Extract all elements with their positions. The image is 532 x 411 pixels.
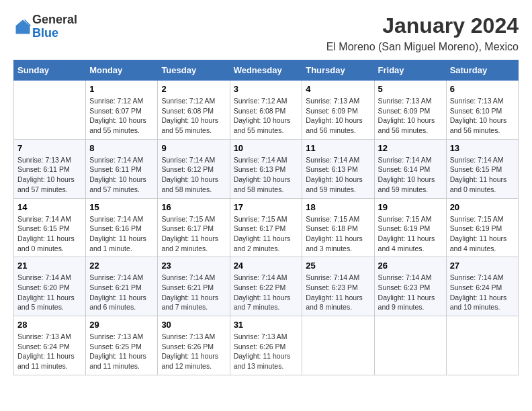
day-detail: Sunrise: 7:14 AM Sunset: 6:16 PM Dayligh… bbox=[89, 215, 146, 253]
day-detail: Sunrise: 7:14 AM Sunset: 6:13 PM Dayligh… bbox=[306, 156, 363, 193]
calendar-cell bbox=[302, 316, 374, 375]
day-detail: Sunrise: 7:14 AM Sunset: 6:21 PM Dayligh… bbox=[161, 273, 218, 311]
day-number: 14 bbox=[17, 202, 82, 212]
day-header-thursday: Thursday bbox=[302, 60, 374, 81]
calendar-cell bbox=[374, 316, 446, 375]
day-number: 10 bbox=[234, 143, 299, 153]
day-number: 5 bbox=[378, 84, 443, 94]
day-detail: Sunrise: 7:14 AM Sunset: 6:24 PM Dayligh… bbox=[450, 273, 507, 311]
calendar-cell: 26Sunrise: 7:14 AM Sunset: 6:23 PM Dayli… bbox=[374, 257, 446, 316]
day-header-monday: Monday bbox=[86, 60, 158, 81]
day-number: 6 bbox=[450, 84, 515, 94]
day-detail: Sunrise: 7:15 AM Sunset: 6:17 PM Dayligh… bbox=[161, 215, 218, 253]
week-row-3: 21Sunrise: 7:14 AM Sunset: 6:20 PM Dayli… bbox=[14, 257, 519, 316]
title-area: January 2024 El Moreno (San Miguel Moren… bbox=[326, 13, 519, 53]
day-detail: Sunrise: 7:13 AM Sunset: 6:24 PM Dayligh… bbox=[17, 332, 75, 370]
day-number: 9 bbox=[161, 143, 226, 153]
day-detail: Sunrise: 7:14 AM Sunset: 6:14 PM Dayligh… bbox=[378, 156, 435, 193]
day-number: 3 bbox=[234, 84, 299, 94]
day-detail: Sunrise: 7:14 AM Sunset: 6:11 PM Dayligh… bbox=[89, 156, 146, 193]
calendar-cell: 17Sunrise: 7:15 AM Sunset: 6:17 PM Dayli… bbox=[230, 198, 302, 257]
day-number: 28 bbox=[17, 320, 82, 330]
day-detail: Sunrise: 7:14 AM Sunset: 6:15 PM Dayligh… bbox=[450, 156, 507, 193]
day-detail: Sunrise: 7:12 AM Sunset: 6:08 PM Dayligh… bbox=[161, 97, 218, 134]
calendar-cell: 13Sunrise: 7:14 AM Sunset: 6:15 PM Dayli… bbox=[446, 139, 518, 198]
day-detail: Sunrise: 7:13 AM Sunset: 6:09 PM Dayligh… bbox=[306, 97, 363, 134]
day-number: 17 bbox=[234, 202, 299, 212]
day-number: 30 bbox=[161, 320, 226, 330]
day-number: 11 bbox=[306, 143, 370, 153]
day-detail: Sunrise: 7:15 AM Sunset: 6:18 PM Dayligh… bbox=[306, 215, 363, 253]
logo-general-text: General bbox=[32, 13, 77, 26]
day-detail: Sunrise: 7:13 AM Sunset: 6:10 PM Dayligh… bbox=[450, 97, 507, 134]
calendar-cell: 7Sunrise: 7:13 AM Sunset: 6:11 PM Daylig… bbox=[14, 139, 86, 198]
day-detail: Sunrise: 7:14 AM Sunset: 6:23 PM Dayligh… bbox=[378, 273, 435, 311]
day-number: 4 bbox=[306, 84, 370, 94]
logo-blue-text: Blue bbox=[32, 26, 58, 40]
day-header-friday: Friday bbox=[374, 60, 446, 81]
calendar-cell: 23Sunrise: 7:14 AM Sunset: 6:21 PM Dayli… bbox=[158, 257, 230, 316]
day-number: 8 bbox=[89, 143, 154, 153]
calendar-cell: 20Sunrise: 7:15 AM Sunset: 6:19 PM Dayli… bbox=[446, 198, 518, 257]
calendar-cell: 4Sunrise: 7:13 AM Sunset: 6:09 PM Daylig… bbox=[302, 81, 374, 140]
week-row-1: 7Sunrise: 7:13 AM Sunset: 6:11 PM Daylig… bbox=[14, 139, 519, 198]
day-number: 31 bbox=[234, 320, 299, 330]
calendar-cell: 9Sunrise: 7:14 AM Sunset: 6:12 PM Daylig… bbox=[158, 139, 230, 198]
day-number: 18 bbox=[306, 202, 370, 212]
day-detail: Sunrise: 7:13 AM Sunset: 6:09 PM Dayligh… bbox=[378, 97, 435, 134]
calendar-cell: 28Sunrise: 7:13 AM Sunset: 6:24 PM Dayli… bbox=[14, 316, 86, 375]
calendar-cell: 31Sunrise: 7:13 AM Sunset: 6:26 PM Dayli… bbox=[230, 316, 302, 375]
day-number: 19 bbox=[378, 202, 443, 212]
calendar-cell: 16Sunrise: 7:15 AM Sunset: 6:17 PM Dayli… bbox=[158, 198, 230, 257]
subtitle: El Moreno (San Miguel Moreno), Mexico bbox=[326, 41, 519, 53]
day-number: 15 bbox=[89, 202, 154, 212]
day-number: 12 bbox=[378, 143, 443, 153]
day-number: 29 bbox=[89, 320, 154, 330]
calendar-cell: 10Sunrise: 7:14 AM Sunset: 6:13 PM Dayli… bbox=[230, 139, 302, 198]
day-number: 22 bbox=[89, 261, 154, 271]
day-number: 20 bbox=[450, 202, 515, 212]
day-header-tuesday: Tuesday bbox=[158, 60, 230, 81]
day-number: 7 bbox=[17, 143, 82, 153]
calendar-cell: 2Sunrise: 7:12 AM Sunset: 6:08 PM Daylig… bbox=[158, 81, 230, 140]
header: General Blue January 2024 El Moreno (San… bbox=[13, 13, 519, 53]
calendar-cell: 27Sunrise: 7:14 AM Sunset: 6:24 PM Dayli… bbox=[446, 257, 518, 316]
day-number: 21 bbox=[17, 261, 82, 271]
calendar-cell: 8Sunrise: 7:14 AM Sunset: 6:11 PM Daylig… bbox=[86, 139, 158, 198]
day-number: 25 bbox=[306, 261, 370, 271]
day-header-wednesday: Wednesday bbox=[230, 60, 302, 81]
week-row-0: 1Sunrise: 7:12 AM Sunset: 6:07 PM Daylig… bbox=[14, 81, 519, 140]
calendar-cell bbox=[14, 81, 86, 140]
page-container: General Blue January 2024 El Moreno (San… bbox=[13, 13, 519, 375]
day-number: 13 bbox=[450, 143, 515, 153]
week-row-4: 28Sunrise: 7:13 AM Sunset: 6:24 PM Dayli… bbox=[14, 316, 519, 375]
calendar-table: SundayMondayTuesdayWednesdayThursdayFrid… bbox=[13, 60, 519, 375]
day-detail: Sunrise: 7:14 AM Sunset: 6:20 PM Dayligh… bbox=[17, 273, 75, 311]
day-detail: Sunrise: 7:13 AM Sunset: 6:26 PM Dayligh… bbox=[234, 332, 291, 370]
calendar-cell: 25Sunrise: 7:14 AM Sunset: 6:23 PM Dayli… bbox=[302, 257, 374, 316]
calendar-cell: 29Sunrise: 7:13 AM Sunset: 6:25 PM Dayli… bbox=[86, 316, 158, 375]
main-title: January 2024 bbox=[326, 13, 519, 38]
day-detail: Sunrise: 7:13 AM Sunset: 6:11 PM Dayligh… bbox=[17, 156, 75, 193]
calendar-cell bbox=[446, 316, 518, 375]
logo-icon bbox=[13, 17, 32, 36]
calendar-cell: 1Sunrise: 7:12 AM Sunset: 6:07 PM Daylig… bbox=[86, 81, 158, 140]
calendar-cell: 12Sunrise: 7:14 AM Sunset: 6:14 PM Dayli… bbox=[374, 139, 446, 198]
day-detail: Sunrise: 7:13 AM Sunset: 6:25 PM Dayligh… bbox=[89, 332, 146, 370]
calendar-cell: 19Sunrise: 7:15 AM Sunset: 6:19 PM Dayli… bbox=[374, 198, 446, 257]
calendar-cell: 5Sunrise: 7:13 AM Sunset: 6:09 PM Daylig… bbox=[374, 81, 446, 140]
day-detail: Sunrise: 7:14 AM Sunset: 6:15 PM Dayligh… bbox=[17, 215, 75, 253]
calendar-cell: 14Sunrise: 7:14 AM Sunset: 6:15 PM Dayli… bbox=[14, 198, 86, 257]
day-detail: Sunrise: 7:12 AM Sunset: 6:08 PM Dayligh… bbox=[234, 97, 291, 134]
day-detail: Sunrise: 7:13 AM Sunset: 6:26 PM Dayligh… bbox=[161, 332, 218, 370]
day-number: 24 bbox=[234, 261, 299, 271]
calendar-cell: 30Sunrise: 7:13 AM Sunset: 6:26 PM Dayli… bbox=[158, 316, 230, 375]
calendar-cell: 21Sunrise: 7:14 AM Sunset: 6:20 PM Dayli… bbox=[14, 257, 86, 316]
day-detail: Sunrise: 7:12 AM Sunset: 6:07 PM Dayligh… bbox=[89, 97, 146, 134]
day-detail: Sunrise: 7:14 AM Sunset: 6:13 PM Dayligh… bbox=[234, 156, 291, 193]
calendar-cell: 3Sunrise: 7:12 AM Sunset: 6:08 PM Daylig… bbox=[230, 81, 302, 140]
header-row: SundayMondayTuesdayWednesdayThursdayFrid… bbox=[14, 60, 519, 81]
calendar-cell: 18Sunrise: 7:15 AM Sunset: 6:18 PM Dayli… bbox=[302, 198, 374, 257]
week-row-2: 14Sunrise: 7:14 AM Sunset: 6:15 PM Dayli… bbox=[14, 198, 519, 257]
day-detail: Sunrise: 7:14 AM Sunset: 6:12 PM Dayligh… bbox=[161, 156, 218, 193]
